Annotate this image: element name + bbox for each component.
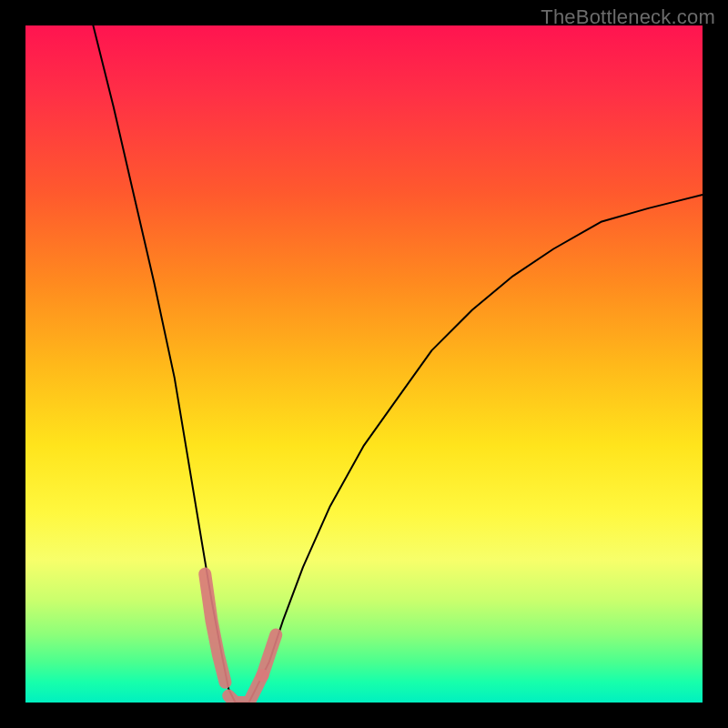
highlight-valley: [228, 675, 262, 703]
plot-area: [25, 25, 703, 703]
bottleneck-curve: [93, 25, 703, 703]
chart-frame: TheBottleneck.com: [0, 0, 728, 728]
frame-bottom-border: [0, 703, 728, 728]
curve-svg: [25, 25, 703, 703]
highlight-left: [205, 574, 225, 682]
highlight-right: [262, 635, 276, 676]
marker-group: [205, 574, 276, 703]
